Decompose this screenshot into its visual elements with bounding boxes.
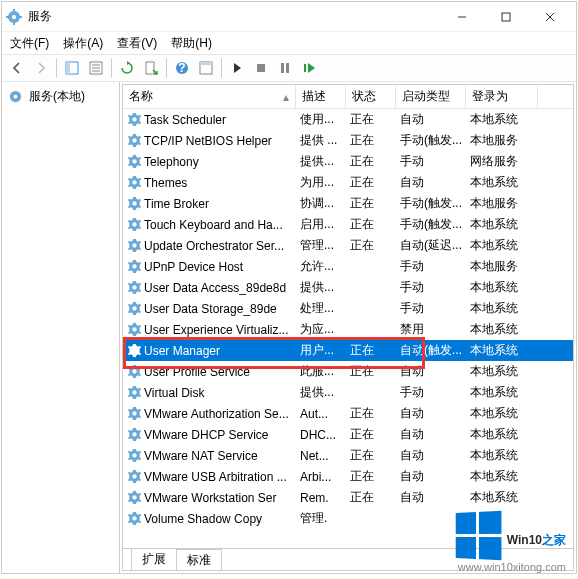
col-name[interactable]: 名称▴	[123, 85, 296, 108]
cell-startup: 手动	[396, 300, 466, 317]
cell-status: 正在	[346, 426, 396, 443]
gear-icon	[127, 448, 142, 463]
svg-text:?: ?	[178, 61, 185, 75]
svg-point-26	[14, 95, 18, 99]
cell-name: VMware NAT Service	[123, 448, 296, 463]
service-row[interactable]: VMware Authorization Se...Aut...正在自动本地系统	[123, 403, 573, 424]
tab-extended[interactable]: 扩展	[131, 548, 177, 570]
cell-startup: 手动(触发...	[396, 216, 466, 233]
cell-status: 正在	[346, 153, 396, 170]
export-button[interactable]	[140, 57, 162, 79]
cell-logon: 本地系统	[466, 342, 538, 359]
gear-icon	[127, 175, 142, 190]
svg-point-46	[132, 516, 136, 520]
menu-view[interactable]: 查看(V)	[117, 35, 157, 52]
svg-point-38	[132, 348, 136, 352]
service-row[interactable]: VMware DHCP ServiceDHC...正在自动本地系统	[123, 424, 573, 445]
service-row[interactable]: UPnP Device Host允许...手动本地服务	[123, 256, 573, 277]
menubar: 文件(F) 操作(A) 查看(V) 帮助(H)	[2, 32, 576, 54]
cell-name: Update Orchestrator Ser...	[123, 238, 296, 253]
service-row[interactable]: VMware Workstation SerRem.正在自动本地系统	[123, 487, 573, 508]
service-row[interactable]: Volume Shadow Copy管理.	[123, 508, 573, 529]
props2-button[interactable]	[195, 57, 217, 79]
tree-pane[interactable]: 服务(本地)	[2, 82, 120, 573]
cell-desc: Arbi...	[296, 470, 346, 484]
cell-name: User Experience Virtualiz...	[123, 322, 296, 337]
col-startup[interactable]: 启动类型	[396, 85, 466, 108]
help-button[interactable]: ?	[171, 57, 193, 79]
service-row[interactable]: Themes为用...正在自动本地系统	[123, 172, 573, 193]
cell-name: VMware Workstation Ser	[123, 490, 296, 505]
col-logon[interactable]: 登录为	[466, 85, 538, 108]
cell-desc: 为用...	[296, 174, 346, 191]
cell-name: User Data Access_89de8d	[123, 280, 296, 295]
back-button[interactable]	[6, 57, 28, 79]
cell-desc: DHC...	[296, 428, 346, 442]
cell-startup: 手动(触发...	[396, 195, 466, 212]
cell-name: TCP/IP NetBIOS Helper	[123, 133, 296, 148]
start-service-button[interactable]	[226, 57, 248, 79]
cell-name: VMware DHCP Service	[123, 427, 296, 442]
titlebar[interactable]: 服务	[2, 2, 576, 32]
refresh-button[interactable]	[116, 57, 138, 79]
restart-service-button[interactable]	[298, 57, 320, 79]
tab-standard[interactable]: 标准	[176, 549, 222, 571]
service-row[interactable]: Time Broker协调...正在手动(触发...本地服务	[123, 193, 573, 214]
cell-name: User Profile Service	[123, 364, 296, 379]
cell-desc: 管理.	[296, 510, 346, 527]
service-row[interactable]: User Experience Virtualiz...为应...禁用本地系统	[123, 319, 573, 340]
services-window: 服务 文件(F) 操作(A) 查看(V) 帮助(H) ?	[1, 1, 577, 574]
forward-button[interactable]	[30, 57, 52, 79]
service-row[interactable]: Telephony提供...正在手动网络服务	[123, 151, 573, 172]
cell-logon: 本地系统	[466, 363, 538, 380]
cell-desc: 允许...	[296, 258, 346, 275]
menu-action[interactable]: 操作(A)	[63, 35, 103, 52]
tree-root-node[interactable]: 服务(本地)	[6, 86, 115, 107]
cell-name: Time Broker	[123, 196, 296, 211]
cell-startup: 自动	[396, 111, 466, 128]
cell-desc: 启用...	[296, 216, 346, 233]
gear-icon	[127, 406, 142, 421]
cell-logon: 本地服务	[466, 195, 538, 212]
svg-point-27	[132, 117, 136, 121]
service-row[interactable]: Task Scheduler使用...正在自动本地系统	[123, 109, 573, 130]
service-row[interactable]: VMware NAT ServiceNet...正在自动本地系统	[123, 445, 573, 466]
service-row[interactable]: User Profile Service此服...正在自动本地系统	[123, 361, 573, 382]
col-desc[interactable]: 描述	[296, 85, 346, 108]
svg-point-33	[132, 243, 136, 247]
properties-button[interactable]	[85, 57, 107, 79]
service-row[interactable]: TCP/IP NetBIOS Helper提供 ...正在手动(触发...本地服…	[123, 130, 573, 151]
minimize-button[interactable]	[440, 3, 484, 31]
service-row[interactable]: User Data Access_89de8d提供...手动本地系统	[123, 277, 573, 298]
svg-point-43	[132, 453, 136, 457]
cell-status: 正在	[346, 111, 396, 128]
sort-asc-icon: ▴	[283, 90, 289, 104]
service-row[interactable]: VMware USB Arbitration ...Arbi...正在自动本地系…	[123, 466, 573, 487]
show-hide-tree-button[interactable]	[61, 57, 83, 79]
menu-file[interactable]: 文件(F)	[10, 35, 49, 52]
maximize-button[interactable]	[484, 3, 528, 31]
stop-service-button[interactable]	[250, 57, 272, 79]
gear-icon	[127, 112, 142, 127]
cell-name: User Manager	[123, 343, 296, 358]
gear-icon	[127, 490, 142, 505]
service-row[interactable]: Virtual Disk提供...手动本地系统	[123, 382, 573, 403]
service-row[interactable]: Touch Keyboard and Ha...启用...正在手动(触发...本…	[123, 214, 573, 235]
close-button[interactable]	[528, 3, 572, 31]
pause-service-button[interactable]	[274, 57, 296, 79]
toolbar: ?	[2, 54, 576, 82]
cell-logon: 本地系统	[466, 405, 538, 422]
cell-name: Task Scheduler	[123, 112, 296, 127]
service-row[interactable]: Update Orchestrator Ser...管理...正在自动(延迟..…	[123, 235, 573, 256]
cell-logon: 本地系统	[466, 468, 538, 485]
service-row[interactable]: User Data Storage_89de处理...手动本地系统	[123, 298, 573, 319]
col-status[interactable]: 状态	[346, 85, 396, 108]
app-icon	[6, 9, 22, 25]
service-list[interactable]: Task Scheduler使用...正在自动本地系统TCP/IP NetBIO…	[123, 109, 573, 548]
cell-startup: 自动	[396, 174, 466, 191]
menu-help[interactable]: 帮助(H)	[171, 35, 212, 52]
list-pane: 名称▴ 描述 状态 启动类型 登录为 Task Scheduler使用...正在…	[122, 84, 574, 571]
service-row[interactable]: User Manager用户...正在自动(触发...本地系统	[123, 340, 573, 361]
cell-startup: 自动	[396, 489, 466, 506]
cell-desc: Rem.	[296, 491, 346, 505]
